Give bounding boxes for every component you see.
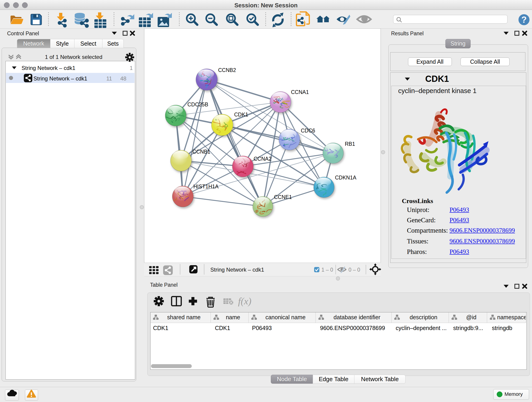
- svg-text:RB1: RB1: [345, 141, 355, 147]
- svg-text:CDC6: CDC6: [301, 128, 315, 134]
- svg-text:CCNE1: CCNE1: [274, 194, 292, 200]
- svg-text:?: ?: [521, 15, 526, 25]
- svg-text:CDC25B: CDC25B: [187, 102, 208, 108]
- svg-text:CCNB1: CCNB1: [192, 149, 210, 155]
- svg-text:CCNA2: CCNA2: [254, 156, 272, 162]
- svg-text:CDK1: CDK1: [234, 112, 248, 118]
- svg-text:CCNB2: CCNB2: [218, 67, 236, 73]
- svg-text:HIST1H1A: HIST1H1A: [193, 184, 219, 190]
- svg-text:CDKN1A: CDKN1A: [335, 175, 356, 181]
- svg-text:CCNA1: CCNA1: [291, 89, 309, 95]
